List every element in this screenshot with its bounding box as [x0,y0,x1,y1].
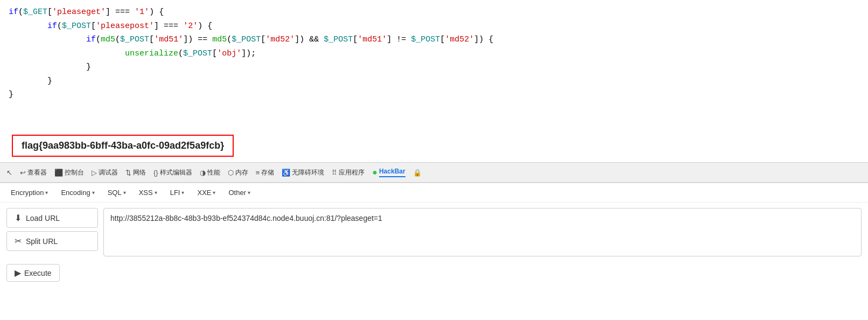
execute-icon: ▶ [15,268,21,278]
devtools-item-应用程序[interactable]: ⠿应用程序 [328,166,368,179]
hackbar-panel: Encryption▾Encoding▾SQL▾XSS▾LFI▾XXE▾Othe… [0,183,868,282]
devtools-icon-0: ↩ [20,169,26,177]
devtools-icon-1: ⬛ [54,169,63,177]
devtools-item-hackbar[interactable]: ●HackBar [369,165,408,179]
devtools-item-无障碍环境[interactable]: ♿无障碍环境 [278,166,327,179]
devtools-icon-10: ● [372,168,377,177]
url-textarea[interactable] [103,208,862,256]
hackbar-menu-encryption[interactable]: Encryption▾ [6,186,52,199]
menu-label: Encryption [11,189,44,197]
devtools-icon-8: ♿ [282,169,290,177]
load-url-button[interactable]: ⬇ Load URL [6,208,98,228]
devtools-label-6: 内存 [235,168,248,177]
hackbar-buttons: ⬇ Load URL ✂ Split URL [6,208,98,251]
devtools-label-8: 无障碍环境 [292,168,324,177]
devtools-item-控制台[interactable]: ⬛控制台 [51,166,87,179]
hackbar-menu-lfi[interactable]: LFI▾ [166,186,189,199]
flag-text: flag{9aa983bb-6bff-43ba-a0fc-09ad2f5a9fc… [22,140,224,151]
menu-label: LFI [170,189,180,197]
devtools-icon-9: ⠿ [332,169,337,177]
devtools-label-4: 样式编辑器 [160,168,192,177]
menu-arrow: ▾ [248,190,250,196]
hackbar-menu: Encryption▾Encoding▾SQL▾XSS▾LFI▾XXE▾Othe… [0,183,868,203]
menu-arrow: ▾ [123,190,126,196]
flag-box: flag{9aa983bb-6bff-43ba-a0fc-09ad2f5a9fc… [12,135,234,157]
devtools-label-2: 调试器 [99,168,118,177]
menu-arrow: ▾ [213,190,215,196]
menu-label: Encoding [61,189,90,197]
hackbar-menu-encoding[interactable]: Encoding▾ [57,186,99,199]
devtools-item-性能[interactable]: ◑性能 [197,166,223,179]
devtools-label-1: 控制台 [65,168,84,177]
hackbar-menu-xxe[interactable]: XXE▾ [193,186,220,199]
url-input-area [103,208,862,259]
execute-label: Execute [24,269,52,277]
cursor-icon: ↖ [6,169,12,177]
devtools-label-9: 应用程序 [339,168,365,177]
devtools-label-7: 存储 [261,168,274,177]
split-url-label: Split URL [26,237,58,246]
devtools-icon-6: ⬡ [228,169,234,177]
split-url-icon: ✂ [15,236,22,246]
devtools-label-5: 性能 [207,168,220,177]
load-url-icon: ⬇ [15,213,22,223]
devtools-icon-11: 🔒 [413,169,422,177]
devtools-icon-4: {} [153,169,158,177]
load-url-label: Load URL [26,214,60,222]
devtools-item-样式编辑器[interactable]: {}样式编辑器 [150,166,195,179]
devtools-icon-5: ◑ [200,169,206,177]
devtools-icon-3: ⇅ [125,169,131,177]
devtools-label-0: 查看器 [27,168,47,177]
devtools-item-查看器[interactable]: ↩查看器 [17,166,50,179]
split-url-button[interactable]: ✂ Split URL [6,231,98,251]
devtools-item-内存[interactable]: ⬡内存 [225,166,251,179]
menu-arrow: ▾ [155,190,157,196]
menu-label: XXE [197,189,211,197]
devtools-item-m[interactable]: 🔒 [410,166,425,179]
devtools-label-3: 网络 [133,168,146,177]
devtools-icon-7: ≡ [256,169,260,177]
menu-arrow: ▾ [92,190,95,196]
menu-arrow: ▾ [181,190,184,196]
execute-row: ▶ Execute [0,264,868,282]
devtools-item-网络[interactable]: ⇅网络 [122,166,149,179]
hackbar-menu-other[interactable]: Other▾ [224,186,255,199]
menu-label: SQL [108,189,122,197]
menu-label: Other [228,189,246,197]
devtools-label-10: HackBar [379,168,405,177]
hackbar-menu-sql[interactable]: SQL▾ [103,186,130,199]
hackbar-actions: ⬇ Load URL ✂ Split URL [0,203,868,264]
code-display: if($_GET['pleaseget'] === '1') { if($_PO… [0,0,868,129]
menu-arrow: ▾ [45,190,48,196]
devtools-item-调试器[interactable]: ▷调试器 [88,166,121,179]
devtools-item-存储[interactable]: ≡存储 [253,166,278,179]
devtools-cursor[interactable]: ↖ [3,166,16,179]
hackbar-menu-xss[interactable]: XSS▾ [135,186,162,199]
devtools-icon-2: ▷ [92,169,97,177]
devtools-toolbar: ↖ ↩查看器⬛控制台▷调试器⇅网络{}样式编辑器◑性能⬡内存≡存储♿无障碍环境⠿… [0,162,868,183]
execute-button[interactable]: ▶ Execute [6,264,60,282]
menu-label: XSS [139,189,153,197]
